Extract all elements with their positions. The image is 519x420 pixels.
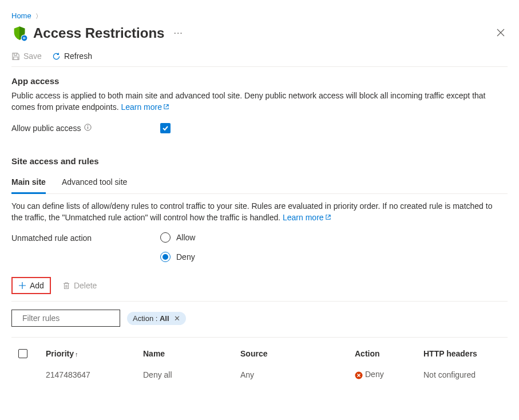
tab-main-site[interactable]: Main site bbox=[11, 174, 46, 194]
pill-label: Action : bbox=[133, 314, 160, 323]
add-button[interactable]: Add bbox=[11, 277, 51, 294]
save-label: Save bbox=[23, 51, 42, 61]
breadcrumb: Home 〉 bbox=[11, 11, 508, 21]
select-all-checkbox[interactable] bbox=[18, 349, 27, 358]
learn-more-rules-text: Learn more bbox=[283, 213, 324, 222]
close-button[interactable] bbox=[494, 26, 508, 41]
tab-advanced-tool-site[interactable]: Advanced tool site bbox=[62, 174, 127, 193]
filter-pill-action[interactable]: Action : All ✕ bbox=[127, 312, 186, 325]
plus-icon bbox=[18, 282, 26, 290]
refresh-label: Refresh bbox=[64, 51, 92, 61]
cell-source: Any bbox=[240, 370, 355, 379]
radio-deny-label: Deny bbox=[176, 252, 195, 261]
delete-label: Delete bbox=[74, 281, 97, 290]
cell-priority: 2147483647 bbox=[46, 370, 143, 379]
command-bar: Save Refresh bbox=[11, 51, 508, 67]
page-title: Access Restrictions bbox=[33, 25, 164, 41]
breadcrumb-home-link[interactable]: Home bbox=[11, 11, 31, 20]
app-access-description: Public access is applied to both main si… bbox=[11, 90, 504, 113]
app-access-header: App access bbox=[11, 76, 508, 86]
deny-status-icon bbox=[355, 370, 365, 379]
learn-more-text: Learn more bbox=[121, 102, 162, 112]
info-icon[interactable] bbox=[84, 124, 92, 133]
cell-name: Deny all bbox=[143, 370, 240, 379]
sort-asc-icon: ↑ bbox=[75, 351, 78, 358]
radio-icon-unchecked bbox=[160, 232, 171, 243]
delete-button: Delete bbox=[62, 281, 97, 290]
allow-public-access-label: Allow public access bbox=[11, 124, 160, 133]
table-header: Priority↑ Name Source Action HTTP header… bbox=[11, 343, 508, 364]
app-access-desc-text: Public access is applied to both main si… bbox=[11, 91, 486, 112]
pill-clear-icon[interactable]: ✕ bbox=[174, 314, 180, 323]
header-action[interactable]: Action bbox=[355, 349, 423, 358]
rules-table: Priority↑ Name Source Action HTTP header… bbox=[11, 343, 508, 385]
cell-http: Not configured bbox=[423, 370, 508, 379]
shield-icon bbox=[11, 25, 27, 41]
pill-value: All bbox=[160, 314, 169, 323]
site-rules-description: You can define lists of allow/deny rules… bbox=[11, 201, 504, 223]
radio-deny[interactable]: Deny bbox=[160, 252, 195, 262]
filter-rules-input[interactable] bbox=[21, 313, 124, 323]
allow-public-access-text: Allow public access bbox=[11, 124, 81, 133]
header-priority[interactable]: Priority↑ bbox=[46, 349, 143, 358]
external-link-icon bbox=[163, 104, 169, 110]
radio-icon-checked bbox=[160, 252, 171, 262]
chevron-right-icon: 〉 bbox=[35, 13, 42, 19]
allow-public-access-checkbox[interactable] bbox=[160, 123, 171, 133]
filter-input-wrapper[interactable] bbox=[11, 310, 120, 327]
external-link-icon bbox=[325, 214, 331, 220]
header-source[interactable]: Source bbox=[240, 349, 355, 358]
radio-allow-label: Allow bbox=[176, 233, 195, 242]
learn-more-link-rules[interactable]: Learn more bbox=[283, 213, 331, 222]
save-button: Save bbox=[11, 51, 42, 61]
check-icon bbox=[162, 125, 169, 132]
site-tabs: Main site Advanced tool site bbox=[11, 174, 508, 194]
learn-more-link[interactable]: Learn more bbox=[121, 102, 169, 112]
header-http[interactable]: HTTP headers bbox=[423, 349, 508, 358]
add-label: Add bbox=[30, 281, 44, 290]
svg-point-3 bbox=[88, 125, 88, 126]
unmatched-rule-label: Unmatched rule action bbox=[11, 232, 160, 262]
header-name[interactable]: Name bbox=[143, 349, 240, 358]
more-icon[interactable]: ··· bbox=[173, 28, 183, 38]
cell-action: Deny bbox=[355, 370, 423, 379]
site-rules-header: Site access and rules bbox=[11, 156, 508, 166]
refresh-button[interactable]: Refresh bbox=[52, 51, 92, 61]
radio-allow[interactable]: Allow bbox=[160, 232, 195, 243]
table-row[interactable]: 2147483647 Deny all Any Deny Not configu… bbox=[11, 364, 508, 385]
trash-icon bbox=[62, 282, 70, 290]
site-rules-desc-text: You can define lists of allow/deny rules… bbox=[11, 201, 492, 222]
